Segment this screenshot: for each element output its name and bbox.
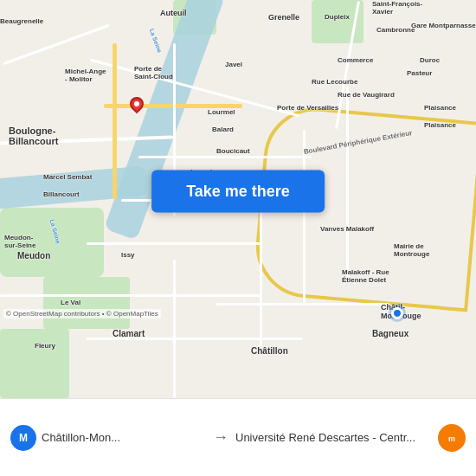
road-v4	[303, 130, 306, 303]
green-area-fleury	[0, 329, 69, 398]
green-area-south	[43, 277, 130, 329]
destination-dot	[391, 307, 403, 319]
origin-pin	[128, 97, 145, 119]
road-v5	[346, 87, 349, 277]
from-icon-label: M	[19, 432, 28, 444]
take-me-there-button[interactable]: Take me there	[151, 170, 325, 212]
pin-dot	[134, 101, 139, 106]
road-south1	[216, 303, 389, 306]
to-station-text: Université René Descartes - Centr...	[235, 431, 415, 444]
attribution-text: © OpenStreetMap contributors • © OpenMap…	[3, 309, 161, 318]
road-h5	[0, 294, 260, 297]
to-station-info: Université René Descartes - Centr...	[235, 431, 431, 444]
from-station-icon: M	[10, 425, 36, 451]
from-station-info: M Châtillon-Mon...	[10, 425, 206, 451]
map-container: Boulogne-Billancourt Issy-les-Moulineaux…	[0, 0, 476, 398]
arrow-icon: →	[213, 428, 228, 447]
svg-text:m: m	[448, 434, 455, 443]
road-h6	[87, 338, 303, 340]
from-station-text: Châtillon-Mon...	[42, 431, 120, 444]
bottom-bar: M Châtillon-Mon... → Université René Des…	[0, 398, 476, 476]
road-h2	[138, 156, 312, 158]
moovit-icon: m	[438, 424, 466, 452]
road-h4	[87, 242, 260, 245]
moovit-logo: m	[438, 424, 466, 452]
road-v2	[173, 260, 176, 398]
road-major-v1	[113, 43, 117, 199]
